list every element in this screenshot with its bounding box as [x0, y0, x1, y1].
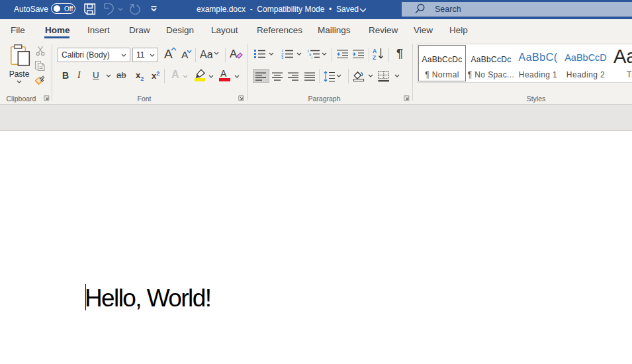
svg-text:i: i — [312, 56, 312, 59]
svg-text:A: A — [373, 48, 377, 54]
svg-text:3: 3 — [281, 56, 284, 59]
svg-text:Z: Z — [373, 54, 376, 60]
